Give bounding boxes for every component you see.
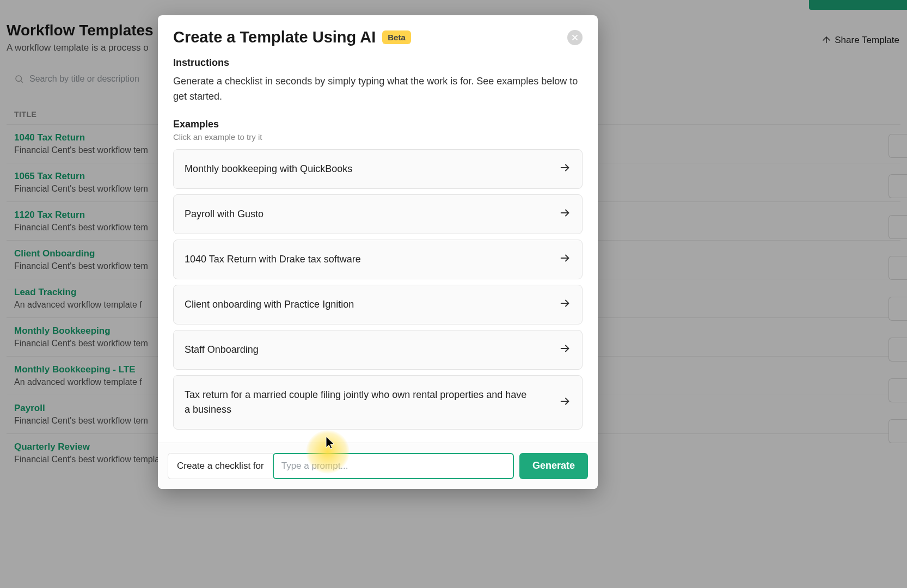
arrow-right-icon [559,395,571,409]
beta-badge: Beta [382,30,411,44]
example-text: Tax return for a married couple filing j… [185,388,533,417]
example-text: Client onboarding with Practice Ignition [185,297,354,312]
example-text: Payroll with Gusto [185,207,263,222]
example-text: Staff Onboarding [185,342,259,357]
prompt-input[interactable] [273,453,514,479]
arrow-right-icon [559,342,571,357]
close-icon [571,34,579,41]
example-item[interactable]: 1040 Tax Return with Drake tax software [173,240,583,279]
examples-subtext: Click an example to try it [173,132,583,142]
example-item[interactable]: Client onboarding with Practice Ignition [173,285,583,324]
arrow-right-icon [559,207,571,221]
instructions-text: Generate a checklist in seconds by simpl… [173,74,583,105]
create-template-ai-modal: Create a Template Using AI Beta Instruct… [158,15,598,489]
close-button[interactable] [567,30,583,45]
generate-button[interactable]: Generate [519,453,588,479]
example-item[interactable]: Payroll with Gusto [173,194,583,234]
arrow-right-icon [559,252,571,266]
arrow-right-icon [559,297,571,311]
arrow-right-icon [559,162,571,176]
example-item[interactable]: Tax return for a married couple filing j… [173,375,583,430]
example-item[interactable]: Staff Onboarding [173,330,583,370]
examples-heading: Examples [173,119,583,130]
example-item[interactable]: Monthly bookkeeping with QuickBooks [173,149,583,189]
modal-title: Create a Template Using AI [173,28,376,46]
example-text: Monthly bookkeeping with QuickBooks [185,162,352,176]
prompt-prefix-label: Create a checklist for [168,453,273,479]
instructions-heading: Instructions [173,57,583,69]
example-text: 1040 Tax Return with Drake tax software [185,252,361,267]
